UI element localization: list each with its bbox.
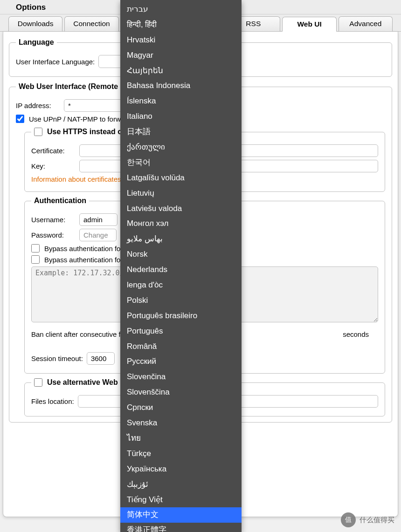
- language-option[interactable]: 한국어: [120, 155, 242, 171]
- language-option[interactable]: Монгол хэл: [120, 216, 242, 232]
- language-legend: Language: [16, 38, 57, 47]
- language-option[interactable]: Türkçe: [120, 446, 242, 462]
- language-option[interactable]: 日本語: [120, 124, 242, 140]
- language-option[interactable]: Română: [120, 339, 242, 355]
- bypass-localhost-checkbox[interactable]: [31, 244, 40, 252]
- language-option[interactable]: Українська: [120, 462, 242, 477]
- language-option[interactable]: Latviešu valoda: [120, 201, 242, 217]
- language-popup[interactable]: עבריתहिन्दी, हिंदीHrvatskiMagyarՀայերենB…: [120, 0, 242, 532]
- language-option[interactable]: Српски: [120, 400, 242, 416]
- altui-legend-label: Use alternative Web UI: [47, 378, 127, 387]
- language-option[interactable]: Հայերեն: [120, 63, 242, 79]
- language-option[interactable]: Bahasa Indonesia: [120, 78, 242, 94]
- language-option[interactable]: Magyar: [120, 48, 242, 63]
- ban-seconds-suffix: seconds: [343, 330, 369, 338]
- tab-downloads[interactable]: Downloads: [8, 16, 62, 31]
- language-option[interactable]: Polski: [120, 293, 242, 308]
- language-option[interactable]: Português: [120, 324, 242, 339]
- language-option[interactable]: ไทย: [120, 431, 242, 446]
- language-option[interactable]: हिन्दी, हिंदी: [120, 17, 242, 33]
- language-option[interactable]: Slovenčina: [120, 369, 242, 385]
- key-label: Key:: [31, 162, 76, 170]
- language-option[interactable]: ქართული: [120, 140, 242, 155]
- cert-info-link[interactable]: Information about certificates: [31, 175, 121, 183]
- upnp-checkbox[interactable]: [16, 115, 24, 123]
- ip-label: IP address:: [16, 102, 60, 109]
- language-option[interactable]: 简体中文: [120, 507, 242, 523]
- cert-label: Certificate:: [31, 147, 76, 155]
- language-option[interactable]: Latgalīšu volūda: [120, 171, 242, 186]
- language-option[interactable]: lenga d'òc: [120, 278, 242, 293]
- watermark: 值 什么值得买: [341, 512, 394, 527]
- language-option[interactable]: Português brasileiro: [120, 308, 242, 324]
- language-option[interactable]: بهاس ملايو: [120, 232, 242, 247]
- watermark-text: 什么值得买: [360, 516, 394, 525]
- watermark-badge-icon: 值: [341, 512, 356, 527]
- language-option[interactable]: Nederlands: [120, 262, 242, 278]
- tab-connection[interactable]: Connection: [64, 16, 118, 31]
- session-input[interactable]: [87, 352, 115, 365]
- session-label: Session timeout:: [31, 355, 83, 362]
- altui-checkbox[interactable]: [34, 378, 42, 387]
- auth-legend: Authentication: [31, 197, 89, 205]
- language-option[interactable]: Norsk: [120, 247, 242, 262]
- language-option[interactable]: 香港正體字: [120, 523, 242, 532]
- password-input[interactable]: [79, 229, 117, 241]
- username-label: Username:: [31, 216, 76, 224]
- language-option[interactable]: Íslenska: [120, 94, 242, 109]
- username-input[interactable]: [79, 213, 118, 226]
- language-option[interactable]: עברית: [120, 2, 242, 17]
- language-option[interactable]: Русский: [120, 354, 242, 369]
- https-checkbox[interactable]: [34, 128, 42, 136]
- tab-advanced[interactable]: Advanced: [339, 16, 393, 31]
- language-option[interactable]: Tiếng Việt: [120, 492, 242, 508]
- language-option[interactable]: ئۇزبېك: [120, 477, 242, 492]
- files-location-label: Files location:: [31, 397, 74, 405]
- language-option[interactable]: Slovenščina: [120, 385, 242, 400]
- language-option[interactable]: Italiano: [120, 109, 242, 124]
- bypass-whitelist-checkbox[interactable]: [31, 255, 40, 264]
- language-option[interactable]: Hrvatski: [120, 33, 242, 48]
- language-option[interactable]: Svenska: [120, 416, 242, 431]
- language-option[interactable]: Lietuvių: [120, 186, 242, 201]
- tab-webui[interactable]: Web UI: [282, 17, 336, 32]
- language-label: User Interface Language:: [16, 58, 95, 66]
- password-label: Password:: [31, 231, 76, 239]
